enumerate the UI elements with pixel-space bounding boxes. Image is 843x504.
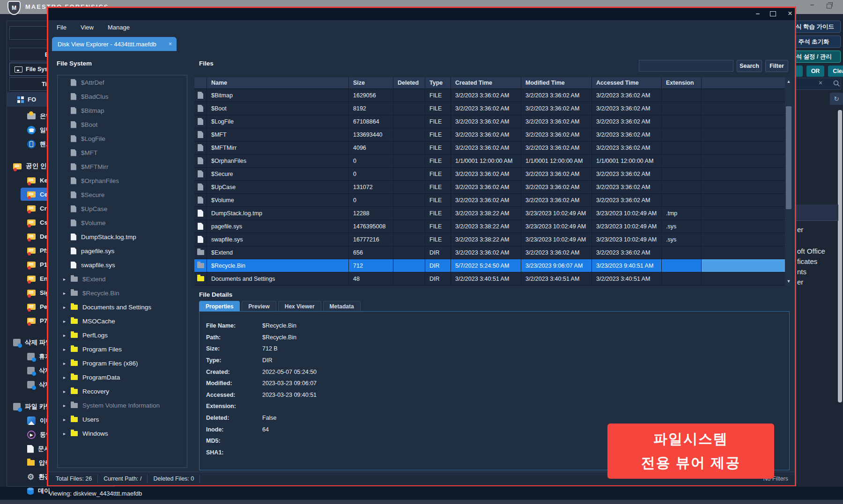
expand-arrow-icon[interactable]: ▸ bbox=[63, 417, 71, 422]
expand-arrow-icon[interactable]: ▸ bbox=[63, 305, 71, 310]
tree-item[interactable]: ▸ $Extend bbox=[58, 272, 187, 286]
details-tab[interactable]: Preview bbox=[242, 301, 276, 312]
dialog-close-icon[interactable]: × bbox=[785, 9, 795, 18]
header-size[interactable]: Size bbox=[349, 77, 393, 89]
tree-item[interactable]: $Secure bbox=[58, 188, 187, 202]
expand-arrow-icon[interactable]: ▸ bbox=[63, 333, 71, 338]
cell-blank bbox=[702, 115, 792, 128]
table-row[interactable]: pagefile.sys 1476395008 FILE 3/2/2023 3:… bbox=[194, 220, 792, 233]
expand-arrow-icon[interactable]: ▸ bbox=[63, 431, 71, 436]
tree-item[interactable]: swapfile.sys bbox=[58, 258, 187, 272]
tree-item[interactable]: ▸ Documents and Settings bbox=[58, 300, 187, 314]
files-search-input[interactable] bbox=[639, 60, 733, 72]
table-row[interactable]: $Extend 656 DIR 3/2/2023 3:36:02 AM 3/2/… bbox=[194, 246, 792, 259]
tree-item[interactable]: ▸ MSOCache bbox=[58, 314, 187, 328]
sidebar-item-icon bbox=[27, 113, 36, 119]
details-tab[interactable]: Properties bbox=[199, 301, 240, 312]
expand-arrow-icon[interactable]: ▸ bbox=[63, 375, 71, 380]
search-icon[interactable] bbox=[833, 80, 840, 89]
expand-arrow-icon[interactable]: ▸ bbox=[63, 347, 71, 352]
tab-close-icon[interactable]: × bbox=[169, 41, 172, 47]
tree-item[interactable]: pagefile.sys bbox=[58, 244, 187, 258]
expand-arrow-icon[interactable]: ▸ bbox=[63, 319, 71, 324]
table-row[interactable]: $Volume 0 FILE 3/2/2023 3:36:02 AM 3/2/2… bbox=[194, 194, 792, 207]
table-row[interactable]: $MFTMirr 4096 FILE 3/2/2023 3:36:02 AM 3… bbox=[194, 141, 792, 154]
tree-item[interactable]: ▸ ProgramData bbox=[58, 370, 187, 384]
table-row[interactable]: Documents and Settings 48 DIR 3/2/2023 3… bbox=[194, 272, 792, 285]
scroll-down-icon[interactable]: ▼ bbox=[785, 278, 792, 285]
header-extension[interactable]: Extension bbox=[662, 77, 702, 89]
menu-view[interactable]: View bbox=[81, 24, 94, 31]
tree-item[interactable]: ▸ PerfLogs bbox=[58, 328, 187, 342]
expand-arrow-icon[interactable]: ▸ bbox=[63, 277, 71, 282]
search-button[interactable]: Search bbox=[737, 60, 762, 72]
tree-item[interactable]: $Boot bbox=[58, 117, 187, 131]
table-row[interactable]: swapfile.sys 16777216 FILE 3/2/2023 3:38… bbox=[194, 233, 792, 246]
tree-item[interactable]: ▸ System Volume Information bbox=[58, 398, 187, 412]
refresh-icon[interactable]: ↻ bbox=[830, 93, 843, 105]
table-row[interactable]: $Recycle.Bin 712 DIR 5/7/2022 5:24:50 AM… bbox=[194, 259, 792, 272]
expand-arrow-icon[interactable]: ▸ bbox=[63, 389, 71, 394]
tree-item-icon bbox=[71, 121, 76, 128]
table-row[interactable]: $Secure 0 FILE 3/2/2023 3:36:02 AM 3/2/2… bbox=[194, 168, 792, 181]
cell-modified: 3/2/2023 3:36:02 AM bbox=[521, 102, 592, 115]
or-pill-button[interactable]: OR bbox=[806, 66, 824, 77]
header-name[interactable]: Name bbox=[207, 77, 349, 89]
expand-arrow-icon[interactable]: ▸ bbox=[63, 291, 71, 296]
scrollbar-thumb[interactable] bbox=[786, 106, 791, 209]
table-scrollbar[interactable]: ▲ ▼ bbox=[785, 77, 792, 285]
table-row[interactable]: $Boot 8192 FILE 3/2/2023 3:36:02 AM 3/2/… bbox=[194, 102, 792, 115]
table-row[interactable]: $MFT 133693440 FILE 3/2/2023 3:36:02 AM … bbox=[194, 128, 792, 141]
tree-item[interactable]: ▸ Windows bbox=[58, 426, 187, 440]
tree-item[interactable]: ▸ Program Files (x86) bbox=[58, 356, 187, 370]
filter-button[interactable]: Filter bbox=[765, 60, 788, 72]
tab-disk-view-explorer[interactable]: Disk View Explorer - 4434tttt.maefdb × bbox=[52, 37, 177, 51]
table-row[interactable]: $Bitmap 1629056 FILE 3/2/2023 3:36:02 AM… bbox=[194, 89, 792, 102]
scroll-up-icon[interactable]: ▲ bbox=[785, 78, 792, 85]
cell-type: FILE bbox=[425, 220, 451, 233]
tree-item[interactable]: $Bitmap bbox=[58, 103, 187, 117]
clear-pill-button[interactable]: Clear bbox=[828, 66, 843, 77]
tree-item[interactable]: $MFTMirr bbox=[58, 160, 187, 174]
clear-search-icon[interactable]: × bbox=[819, 79, 822, 87]
cell-accessed: 3/2/2023 3:36:02 AM bbox=[592, 141, 662, 154]
app-restore-icon[interactable] bbox=[827, 4, 832, 8]
header-accessed[interactable]: Accessed Time bbox=[592, 77, 662, 89]
tree-item[interactable]: $Volume bbox=[58, 216, 187, 230]
row-file-icon bbox=[198, 131, 203, 138]
table-row[interactable]: $UpCase 131072 FILE 3/2/2023 3:36:02 AM … bbox=[194, 181, 792, 194]
dialog-minimize-icon[interactable]: – bbox=[753, 9, 762, 17]
app-minimize-icon[interactable]: – bbox=[808, 1, 816, 9]
cell-extension: .tmp bbox=[662, 207, 702, 220]
dialog-titlebar[interactable]: – × bbox=[48, 8, 795, 20]
table-row[interactable]: $LogFile 67108864 FILE 3/2/2023 3:36:02 … bbox=[194, 115, 792, 128]
tree-item[interactable]: $AttrDef bbox=[58, 75, 187, 89]
tree-item[interactable]: $OrphanFiles bbox=[58, 174, 187, 188]
expand-arrow-icon[interactable]: ▸ bbox=[63, 403, 71, 408]
tree-item[interactable]: ▸ $Recycle.Bin bbox=[58, 286, 187, 300]
tree-item[interactable]: $UpCase bbox=[58, 202, 187, 216]
tree-item[interactable]: $BadClus bbox=[58, 89, 187, 103]
cell-type: FILE bbox=[425, 181, 451, 194]
tree-item[interactable]: ▸ Users bbox=[58, 412, 187, 426]
expand-arrow-icon[interactable]: ▸ bbox=[63, 361, 71, 366]
tree-item-icon bbox=[71, 417, 78, 422]
details-tab[interactable]: Metadata bbox=[323, 301, 361, 312]
tree-item[interactable]: ▸ Recovery bbox=[58, 384, 187, 398]
tree-item[interactable]: DumpStack.log.tmp bbox=[58, 230, 187, 244]
tree-item[interactable]: ▸ Program Files bbox=[58, 342, 187, 356]
tree-item[interactable]: $LogFile bbox=[58, 131, 187, 146]
header-deleted[interactable]: Deleted bbox=[393, 77, 425, 89]
header-created[interactable]: Created Time bbox=[451, 77, 521, 89]
sidebar-item-icon bbox=[27, 460, 35, 466]
menu-file[interactable]: File bbox=[57, 24, 67, 31]
property-row: Type: DIR bbox=[200, 355, 789, 366]
dialog-maximize-icon[interactable] bbox=[770, 11, 776, 16]
table-row[interactable]: $OrphanFiles 0 FILE 1/1/0001 12:00:00 AM… bbox=[194, 154, 792, 168]
menu-manage[interactable]: Manage bbox=[108, 24, 130, 31]
table-row[interactable]: DumpStack.log.tmp 12288 FILE 3/2/2023 3:… bbox=[194, 207, 792, 220]
header-type[interactable]: Type bbox=[425, 77, 451, 89]
tree-item[interactable]: $MFT bbox=[58, 146, 187, 160]
details-tab[interactable]: Hex Viewer bbox=[278, 301, 321, 312]
header-modified[interactable]: Modified Time bbox=[521, 77, 592, 89]
